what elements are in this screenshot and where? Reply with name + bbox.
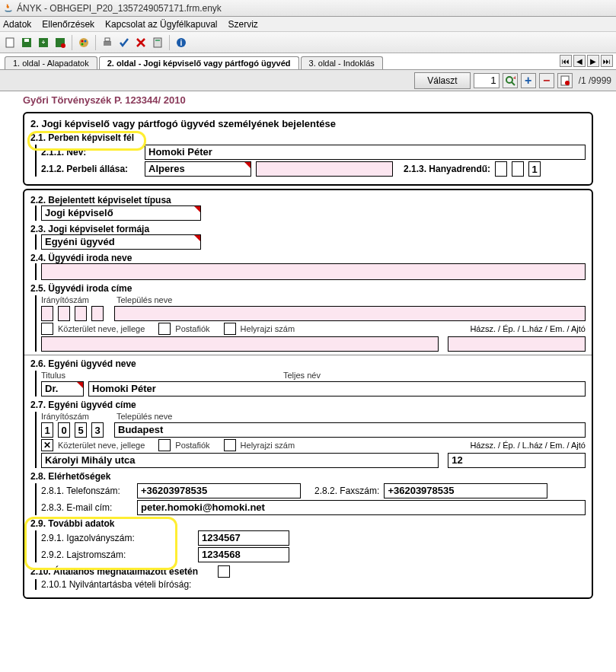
- checkbox-kozterulet[interactable]: [41, 323, 53, 335]
- zoom-icon[interactable]: +: [503, 73, 518, 88]
- digit-2-1-3-a[interactable]: [495, 161, 507, 177]
- tab-last-icon[interactable]: ⏭: [601, 55, 613, 67]
- label-2-9-1: 2.9.1. Igazolványszám:: [41, 533, 193, 543]
- label-2-9: 2.9. További adatok: [30, 518, 586, 529]
- label-teljes-nev: Teljes név: [283, 371, 321, 380]
- save-arrow-icon[interactable]: [37, 36, 50, 49]
- checkbox-2-10[interactable]: [218, 565, 230, 578]
- zip-digit-27d[interactable]: 3: [91, 422, 104, 438]
- minus-button[interactable]: −: [539, 73, 554, 88]
- label-2-9-2: 2.9.2. Lajstromszám:: [41, 549, 193, 560]
- tab-first-icon[interactable]: ⏮: [560, 55, 572, 67]
- header-strip: Győri Törvényszék P. 123344/ 2010: [23, 91, 593, 109]
- field-2-9-1-igazolvany[interactable]: 1234567: [198, 530, 289, 546]
- tab-page3[interactable]: 3. oldal - Indoklás: [301, 56, 383, 69]
- field-2-7-kozterulet[interactable]: Károlyi Mihály utca: [41, 453, 439, 468]
- zip-digit-27b[interactable]: 0: [58, 422, 70, 438]
- tab-page1[interactable]: 1. oldal - Alapadatok: [5, 56, 97, 69]
- label-helyrajzi: Helyrajzi szám: [241, 324, 295, 333]
- checkbox-helyrajzi[interactable]: [224, 323, 236, 335]
- tab-page2[interactable]: 2. oldal - Jogi képviselő vagy pártfogó …: [99, 56, 299, 69]
- zip-digit[interactable]: [91, 306, 104, 321]
- label-2-8-3: 2.8.3. E-mail cím:: [41, 502, 132, 513]
- svg-rect-10: [104, 41, 111, 46]
- checkbox-helyrajzi-27[interactable]: [224, 439, 236, 451]
- field-2-9-2-lajstrom[interactable]: 1234568: [198, 547, 289, 562]
- field-2-4-irodanev[interactable]: [41, 263, 586, 280]
- toolbar-separator: [169, 35, 170, 50]
- label-hazsz-27: Házsz. / Ép. / L.ház / Em. / Ajtó: [470, 441, 586, 450]
- zip-digit-27a[interactable]: 1: [41, 422, 53, 438]
- save-icon[interactable]: [20, 36, 34, 49]
- select-button[interactable]: Választ: [414, 72, 470, 89]
- field-2-6-titulus[interactable]: Dr.: [41, 381, 84, 397]
- checkbox-kozterulet-27[interactable]: ✕: [41, 439, 53, 451]
- menubar: Adatok Ellenőrzések Kapcsolat az Ügyfélk…: [0, 17, 616, 32]
- field-2-8-2-fax[interactable]: +36203978535: [384, 483, 547, 498]
- java-icon: [3, 3, 14, 14]
- section-2-details: 2.2. Bejelentett képviselet típusa Jogi …: [23, 189, 593, 599]
- svg-rect-13: [155, 40, 160, 41]
- field-2-5-kozterulet[interactable]: [41, 336, 439, 352]
- menu-ellenorzesek[interactable]: Ellenőrzések: [42, 19, 94, 30]
- field-2-8-3-email[interactable]: peter.homoki@homoki.net: [137, 500, 586, 515]
- zip-digit[interactable]: [75, 306, 87, 321]
- zip-digit[interactable]: [58, 306, 70, 321]
- svg-rect-12: [154, 38, 161, 47]
- label-2-3: 2.3. Jogi képviselet formája: [30, 224, 586, 234]
- label-telepules-27: Település neve: [116, 412, 172, 421]
- label-2-6: 2.6. Egyéni ügyvéd neve: [30, 358, 586, 369]
- menu-szerviz[interactable]: Szerviz: [228, 19, 257, 30]
- field-2-1-2-allasa[interactable]: Alperes: [145, 161, 251, 177]
- label-iranyito: Irányítószám: [41, 295, 89, 304]
- svg-point-8: [85, 40, 87, 42]
- svg-text:+: +: [513, 75, 515, 81]
- field-2-7-hazsz[interactable]: 12: [448, 453, 586, 468]
- menu-kapcsolat[interactable]: Kapcsolat az Ügyfélkapuval: [105, 19, 217, 30]
- label-titulus: Titulus: [41, 371, 84, 380]
- zip-digit-27c[interactable]: 5: [75, 422, 87, 438]
- page-number-input[interactable]: [474, 73, 500, 88]
- svg-text:i: i: [180, 39, 183, 47]
- field-2-5-telepules[interactable]: [114, 306, 586, 321]
- label-2-1-3: 2.1.3. Hanyadrendű:: [404, 164, 490, 174]
- tab-next-icon[interactable]: ▶: [587, 55, 599, 67]
- label-2-10-1: 2.10.1 Nyilvántartásba vételi bíróság:: [41, 579, 191, 590]
- plus-button[interactable]: +: [521, 73, 536, 88]
- field-2-5-hazsz[interactable]: [448, 336, 586, 352]
- menu-adatok[interactable]: Adatok: [3, 19, 31, 30]
- digit-2-1-3-b[interactable]: [512, 161, 524, 177]
- label-postafiok: Postafiók: [175, 324, 209, 333]
- svg-line-17: [512, 82, 515, 85]
- calculator-icon[interactable]: [151, 36, 164, 49]
- check-icon[interactable]: [117, 36, 131, 49]
- checkbox-postafiok-27[interactable]: [158, 439, 171, 451]
- field-2-3-form[interactable]: Egyéni ügyvéd: [41, 234, 201, 250]
- print-icon[interactable]: [101, 36, 114, 49]
- digit-2-1-3-c[interactable]: 1: [528, 161, 541, 177]
- palette-icon[interactable]: [77, 36, 91, 49]
- info-icon[interactable]: i: [174, 36, 188, 49]
- tab-prev-icon[interactable]: ◀: [573, 55, 586, 67]
- field-2-1-1-nev[interactable]: Homoki Péter: [145, 145, 586, 160]
- svg-rect-0: [6, 38, 14, 47]
- field-2-7-telepules[interactable]: Budapest: [114, 422, 586, 438]
- doc-red-icon[interactable]: [557, 73, 573, 88]
- new-icon[interactable]: [3, 36, 17, 49]
- field-2-2-type[interactable]: Jogi képviselő: [41, 205, 201, 221]
- field-2-1-2-extra[interactable]: [256, 161, 393, 177]
- tabs-navigation: ⏮ ◀ ▶ ⏭: [560, 55, 613, 67]
- close-red-icon[interactable]: [134, 36, 148, 49]
- label-2-1: 2.1. Perben képviselt fél: [30, 132, 586, 143]
- field-2-6-nev[interactable]: Homoki Péter: [88, 381, 586, 397]
- checkbox-postafiok[interactable]: [158, 323, 171, 335]
- field-2-8-1-tel[interactable]: +36203978535: [137, 483, 301, 498]
- label-2-1-2: 2.1.2. Perbeli állása:: [41, 164, 140, 174]
- toolbar-separator: [95, 35, 96, 50]
- label-hazsz: Házsz. / Ép. / L.ház / Em. / Ajtó: [470, 324, 586, 333]
- label-telepules: Település neve: [116, 295, 172, 304]
- label-kozterulet-27: Közterület neve, jellege: [58, 441, 145, 450]
- save-red-icon[interactable]: [53, 36, 67, 49]
- label-2-10: 2.10. Általános megnatalmazott esetén: [30, 566, 198, 577]
- zip-digit[interactable]: [41, 306, 53, 321]
